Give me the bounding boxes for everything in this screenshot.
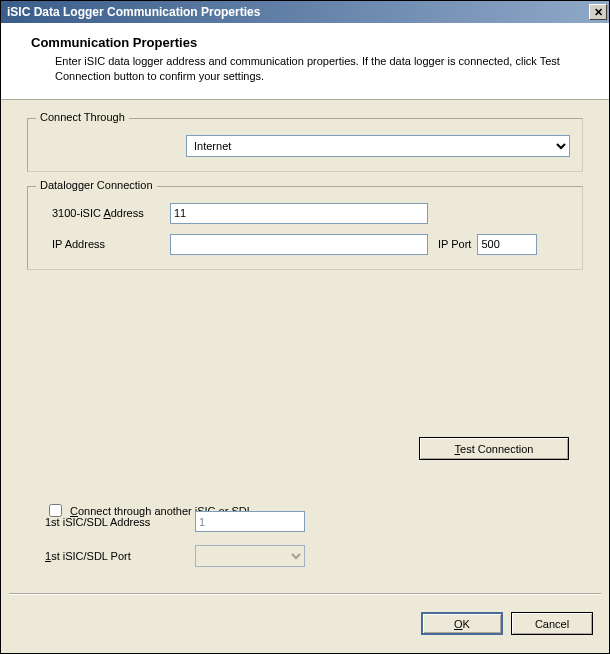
relay-address-label: 1st iSIC/SDL Address xyxy=(45,516,195,528)
cancel-button[interactable]: Cancel xyxy=(511,612,593,635)
ok-button[interactable]: OK xyxy=(421,612,503,635)
connect-through-group: Connect Through Internet xyxy=(27,118,583,172)
isic-address-input[interactable] xyxy=(170,203,428,224)
test-connection-button[interactable]: Test Connection xyxy=(419,437,569,460)
header: Communication Properties Enter iSIC data… xyxy=(1,23,609,100)
ip-address-input[interactable] xyxy=(170,234,428,255)
close-icon: ✕ xyxy=(594,6,603,19)
connect-through-legend: Connect Through xyxy=(36,111,129,123)
content-area: Connect Through Internet Datalogger Conn… xyxy=(1,100,609,270)
titlebar: iSIC Data Logger Communication Propertie… xyxy=(1,1,609,23)
window-title: iSIC Data Logger Communication Propertie… xyxy=(7,5,260,19)
header-description: Enter iSIC data logger address and commu… xyxy=(31,54,589,85)
footer-buttons: OK Cancel xyxy=(421,612,593,635)
relay-port-select xyxy=(195,545,305,567)
ip-port-input[interactable] xyxy=(477,234,537,255)
separator xyxy=(9,593,601,595)
dialog-window: iSIC Data Logger Communication Propertie… xyxy=(0,0,610,654)
relay-port-label: 1st iSIC/SDL Port xyxy=(45,550,195,562)
ip-port-label: IP Port xyxy=(438,238,471,250)
header-title: Communication Properties xyxy=(31,35,589,50)
close-button[interactable]: ✕ xyxy=(589,4,607,20)
ip-address-label: IP Address xyxy=(40,238,170,250)
datalogger-connection-group: Datalogger Connection 3100-iSIC Address … xyxy=(27,186,583,270)
isic-address-label: 3100-iSIC Address xyxy=(40,207,170,219)
connect-through-select[interactable]: Internet xyxy=(186,135,570,157)
datalogger-legend: Datalogger Connection xyxy=(36,179,157,191)
relay-address-input xyxy=(195,511,305,532)
